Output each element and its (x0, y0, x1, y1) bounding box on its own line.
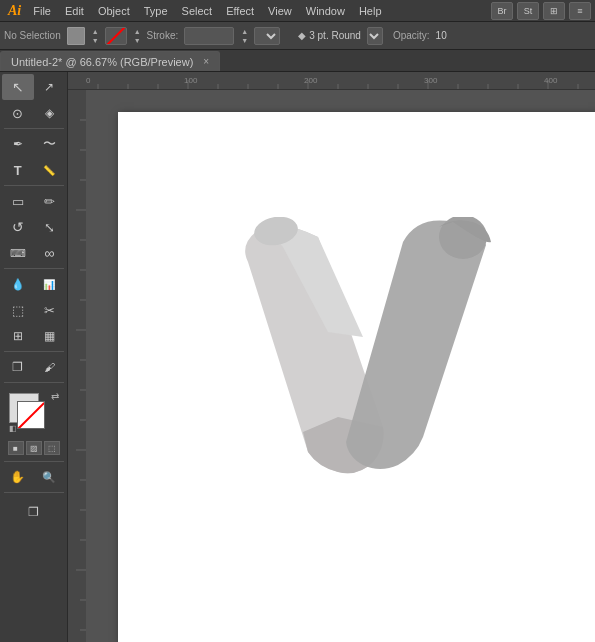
options-bar: No Selection ▲▼ ▲▼ Stroke: ▲▼ ◆ 3 pt. Ro… (0, 22, 595, 50)
symbol-tool[interactable] (2, 323, 34, 349)
color-mode-solid[interactable]: ■ (8, 441, 24, 455)
opacity-label: Opacity: (393, 30, 430, 41)
bridge-button[interactable]: Br (491, 2, 513, 20)
rotate-tool[interactable] (2, 214, 34, 240)
stroke-label: Stroke: (147, 30, 179, 41)
rect-tool[interactable] (2, 188, 34, 214)
stroke-spinner[interactable]: ▲▼ (134, 27, 141, 45)
magic-wand-tool[interactable] (34, 100, 66, 126)
menu-bar-right: Br St ⊞ ≡ (491, 2, 591, 20)
tab-close-button[interactable]: × (203, 56, 209, 67)
tool-row-12 (2, 464, 65, 490)
scissors-tool[interactable] (34, 297, 66, 323)
color-mode-none[interactable]: ⬚ (44, 441, 60, 455)
stroke-type-select[interactable] (254, 27, 280, 45)
measure-tool[interactable] (34, 157, 66, 183)
pt-round-label: 3 pt. Round (309, 30, 361, 41)
menu-object[interactable]: Object (92, 3, 136, 19)
menu-window[interactable]: Window (300, 3, 351, 19)
tab-title: Untitled-2* @ 66.67% (RGB/Preview) (11, 56, 193, 68)
fill-color-swatch[interactable] (67, 27, 85, 45)
document-tab[interactable]: Untitled-2* @ 66.67% (RGB/Preview) × (0, 51, 220, 71)
tool-row-2 (2, 100, 65, 126)
tool-row-5 (2, 188, 65, 214)
color-mode-row: ■ ▨ ⬚ (6, 441, 61, 455)
svg-rect-23 (68, 90, 86, 642)
fill-label: No Selection (4, 30, 61, 41)
main-area: ⇄ ◧ ■ ▨ ⬚ ❐ (0, 72, 595, 642)
stock-button[interactable]: St (517, 2, 539, 20)
artboard-tool[interactable] (2, 297, 34, 323)
svg-text:200: 200 (304, 76, 318, 85)
canvas-area[interactable]: 0 100 200 300 400 (68, 72, 595, 642)
separator-2 (4, 185, 64, 186)
zoom-tool[interactable] (34, 464, 66, 490)
opacity-value: 10 (436, 30, 447, 41)
tool-row-1 (2, 74, 65, 100)
menu-bar: Ai File Edit Object Type Select Effect V… (0, 0, 595, 22)
pen-tool[interactable] (2, 131, 34, 157)
tab-bar: Untitled-2* @ 66.67% (RGB/Preview) × (0, 50, 595, 72)
menu-help[interactable]: Help (353, 3, 388, 19)
stroke-input[interactable] (184, 27, 234, 45)
fill-spinner[interactable]: ▲▼ (92, 27, 99, 45)
brush-tool[interactable] (34, 354, 66, 380)
swap-colors-button[interactable]: ⇄ (51, 391, 59, 402)
layers-tool[interactable] (2, 354, 34, 380)
tool-row-13: ❐ (2, 499, 65, 525)
tool-row-7 (2, 240, 65, 266)
artboards-button[interactable]: ❐ (18, 499, 50, 525)
free-tool[interactable] (34, 131, 66, 157)
color-mode-gradient[interactable]: ▨ (26, 441, 42, 455)
tool-row-11 (2, 354, 65, 380)
tool-row-10 (2, 323, 65, 349)
menu-type[interactable]: Type (138, 3, 174, 19)
grid-button[interactable]: ≡ (569, 2, 591, 20)
tool-row-3 (2, 131, 65, 157)
separator-1 (4, 128, 64, 129)
app-logo: Ai (4, 3, 25, 19)
menu-effect[interactable]: Effect (220, 3, 260, 19)
scale-tool[interactable] (34, 214, 66, 240)
lasso-tool[interactable] (2, 100, 34, 126)
pencil-tool[interactable] (34, 188, 66, 214)
separator-4 (4, 351, 64, 352)
menu-edit[interactable]: Edit (59, 3, 90, 19)
separator-3 (4, 268, 64, 269)
selection-tool[interactable] (2, 74, 34, 100)
separator-7 (4, 492, 64, 493)
eyedrop-tool[interactable] (2, 271, 34, 297)
fill-stroke-container: ⇄ ◧ (9, 393, 59, 433)
menu-file[interactable]: File (27, 3, 57, 19)
text-tool[interactable] (2, 157, 34, 183)
tool-row-9 (2, 297, 65, 323)
graph-tool[interactable] (34, 271, 66, 297)
stroke-value-spinner[interactable]: ▲▼ (241, 27, 248, 45)
column-tool[interactable] (34, 323, 66, 349)
workspace-button[interactable]: ⊞ (543, 2, 565, 20)
tool-row-6 (2, 214, 65, 240)
svg-text:0: 0 (86, 76, 91, 85)
svg-text:400: 400 (544, 76, 558, 85)
blend-tool[interactable] (34, 240, 66, 266)
artboard (118, 112, 595, 642)
svg-text:300: 300 (424, 76, 438, 85)
menu-select[interactable]: Select (176, 3, 219, 19)
default-colors-button[interactable]: ◧ (9, 424, 17, 433)
artwork (208, 217, 508, 537)
menu-view[interactable]: View (262, 3, 298, 19)
stroke-color-box[interactable] (17, 401, 45, 429)
direct-selection-tool[interactable] (34, 74, 66, 100)
ruler-horizontal: 0 100 200 300 400 (68, 72, 595, 90)
right-blade (346, 217, 491, 469)
pt-round-select[interactable] (367, 27, 383, 45)
hand-tool[interactable] (2, 464, 34, 490)
ruler-vertical (68, 90, 86, 642)
separator-6 (4, 461, 64, 462)
stroke-swatch[interactable] (105, 27, 127, 45)
warp-tool[interactable] (2, 240, 34, 266)
svg-text:100: 100 (184, 76, 198, 85)
tool-row-8 (2, 271, 65, 297)
separator-5 (4, 382, 64, 383)
svg-rect-0 (68, 72, 595, 90)
